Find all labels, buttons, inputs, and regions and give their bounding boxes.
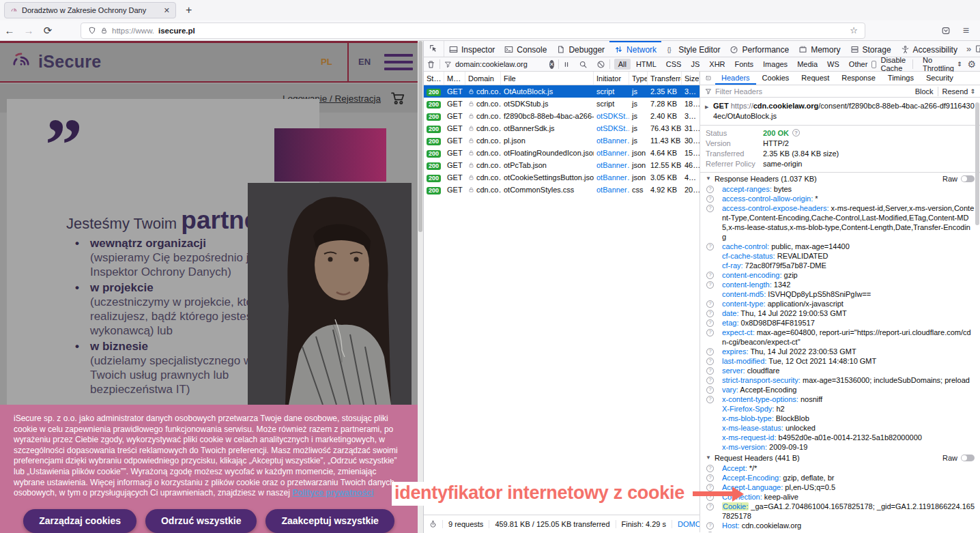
devtools-tab-inspector[interactable]: Inspector <box>444 41 500 57</box>
site-logo[interactable]: iSecure <box>10 50 101 73</box>
cookie-button-zarz-dzaj-cookies[interactable]: Zarządzaj cookies <box>23 509 136 533</box>
header-row-x-ms-blob-type[interactable]: x-ms-blob-type: BlockBlob <box>700 414 980 423</box>
help-icon[interactable]: ? <box>706 272 714 279</box>
back-icon[interactable]: ← <box>0 25 19 36</box>
column-header-transferred[interactable]: Transferred <box>648 72 682 85</box>
help-icon[interactable]: ? <box>706 243 714 250</box>
header-row-x-ms-lease-status[interactable]: x-ms-lease-status: unlocked <box>700 423 980 433</box>
header-row-x-content-type-options[interactable]: ?x-content-type-options: nosniff <box>700 394 980 404</box>
filter-pill-fonts[interactable]: Fonts <box>731 59 758 70</box>
devtools-tab-performance[interactable]: Performance <box>725 41 794 57</box>
response-headers-section-header[interactable]: ▼ Response Headers (1.037 KB) Raw <box>700 173 980 184</box>
help-icon[interactable]: ? <box>706 377 714 384</box>
cart-icon[interactable] <box>390 91 405 106</box>
header-row-host[interactable]: ?Host: cdn.cookielaw.org <box>700 521 980 530</box>
filter-pill-xhr[interactable]: XHR <box>705 59 729 70</box>
help-icon[interactable]: ? <box>706 329 714 336</box>
filter-pill-all[interactable]: All <box>614 59 631 70</box>
header-row-x-firefox-spdy[interactable]: X-Firefox-Spdy: h2 <box>700 404 980 414</box>
header-row-etag[interactable]: ?etag: 0x8D98D8F4F819517 <box>700 318 980 328</box>
tab-timings[interactable]: Timings <box>882 72 920 85</box>
cookie-button-zaakceptuj-wszystkie[interactable]: Zaakceptuj wszystkie <box>265 509 394 533</box>
hamburger-menu-icon[interactable] <box>384 54 413 74</box>
lang-pl-button[interactable]: PL <box>321 57 332 67</box>
column-header-st-[interactable]: St… <box>424 72 444 85</box>
new-tab-button[interactable]: + <box>186 4 192 16</box>
column-header-file[interactable]: File <box>501 72 594 85</box>
help-icon[interactable]: ? <box>706 300 714 308</box>
header-row-last-modified[interactable]: ?last-modified: Tue, 12 Oct 2021 14:48:1… <box>700 356 980 366</box>
header-row-access-control-expose-headers[interactable]: ?access-control-expose-headers: x-ms-req… <box>700 203 980 242</box>
help-icon[interactable]: ? <box>706 195 714 203</box>
header-row-content-length[interactable]: ?content-length: 1342 <box>700 280 980 289</box>
tab-response[interactable]: Response <box>835 72 882 85</box>
help-icon[interactable]: ? <box>706 367 714 375</box>
network-settings-gear-icon[interactable]: ⚙ <box>967 59 977 70</box>
table-row[interactable]: 200GETcdn.co…otCommonStyles.cssotBanner…… <box>424 184 700 196</box>
header-row-cf-cache-status[interactable]: cf-cache-status: REVALIDATED <box>700 251 980 261</box>
header-row-expires[interactable]: ?expires: Thu, 14 Jul 2022 23:00:53 GMT <box>700 347 980 356</box>
header-row-date[interactable]: ?date: Thu, 14 Jul 2022 19:00:53 GMT <box>700 308 980 318</box>
disable-cache-checkbox[interactable] <box>871 61 876 68</box>
devtools-tab-accessibility[interactable]: Accessibility <box>896 41 962 57</box>
url-bar[interactable]: https://www.isecure.pl ☆ <box>81 23 865 39</box>
filter-pill-media[interactable]: Media <box>793 59 822 70</box>
search-icon[interactable] <box>579 60 588 69</box>
block-request-icon[interactable] <box>596 60 605 69</box>
devtools-tab-style-editor[interactable]: {}Style Editor <box>661 41 725 57</box>
resend-button[interactable]: Resend <box>942 87 968 96</box>
filter-pill-css[interactable]: CSS <box>662 59 686 70</box>
block-button[interactable]: Block <box>915 87 934 96</box>
help-icon[interactable]: ? <box>706 358 714 365</box>
header-row-cf-ray[interactable]: cf-ray: 72ac80f79f5a7b87-DME <box>700 261 980 270</box>
filter-pill-ws[interactable]: WS <box>823 59 844 70</box>
devtools-tab-network[interactable]: Network <box>609 41 661 57</box>
pause-recording-icon[interactable] <box>563 60 570 69</box>
browser-tab[interactable]: Doradztwo w Zakresie Ochrony Dany ✕ <box>4 2 176 18</box>
column-header-type[interactable]: Type <box>629 72 648 85</box>
devtools-tab-console[interactable]: Console <box>500 41 551 57</box>
initiator-cell[interactable]: otBanner… <box>594 149 629 157</box>
tab-request[interactable]: Request <box>795 72 835 85</box>
table-row[interactable]: 200GETcdn.co…OtAutoBlock.jsscriptjs2.35 … <box>424 85 700 98</box>
table-row[interactable]: 200GETcdn.co…otBannerSdk.jsotSDKSt…js76.… <box>424 122 700 134</box>
table-row[interactable]: 200GETcdn.co…otCookieSettingsButton.json… <box>424 171 700 184</box>
help-icon[interactable]: ? <box>706 396 714 403</box>
privacy-policy-link[interactable]: Polityce prywatności <box>292 488 373 498</box>
page-scrollbar[interactable] <box>418 41 423 533</box>
cookie-button-odrzu-wszystkie[interactable]: Odrzuć wszystkie <box>145 509 257 533</box>
lang-en-button[interactable]: EN <box>358 57 371 67</box>
column-header-m-[interactable]: M… <box>444 72 465 85</box>
responsive-design-icon[interactable] <box>975 44 980 53</box>
header-row-expect-ct[interactable]: ?expect-ct: max-age=604800, report-uri="… <box>700 328 980 347</box>
clear-filter-icon[interactable]: ✕ <box>549 60 554 69</box>
request-headers-section-header[interactable]: ▼ Request Headers (441 B) Raw <box>700 452 980 463</box>
table-row[interactable]: 200GETcdn.co…pl.jsonotBanner…js11.43 KB3… <box>424 134 700 147</box>
request-url-line[interactable]: ▶ GET https://cdn.cookielaw.org/consent/… <box>700 98 980 126</box>
help-icon[interactable]: ? <box>706 319 714 327</box>
initiator-cell[interactable]: otBanner… <box>594 136 629 145</box>
column-header-initiator[interactable]: Initiator <box>594 72 629 85</box>
filter-pill-html[interactable]: HTML <box>632 59 661 70</box>
header-row-vary[interactable]: ?vary: Accept-Encoding <box>700 385 980 394</box>
help-icon[interactable]: ? <box>706 205 714 212</box>
header-row-accept[interactable]: ?Accept: */* <box>700 463 980 473</box>
raw-toggle[interactable] <box>961 175 975 182</box>
header-row-content-type[interactable]: ?content-type: application/x-javascript <box>700 299 980 308</box>
header-row-x-ms-version[interactable]: x-ms-version: 2009-09-19 <box>700 442 980 452</box>
column-header-size[interactable]: Size <box>682 72 700 85</box>
help-icon[interactable]: ? <box>706 281 714 289</box>
column-header-domain[interactable]: Domain <box>465 72 501 85</box>
header-row-accept-encoding[interactable]: ?Accept-Encoding: gzip, deflate, br <box>700 473 980 482</box>
header-row-cache-control[interactable]: ?cache-control: public, max-age=14400 <box>700 242 980 251</box>
tab-security[interactable]: Security <box>920 72 960 85</box>
initiator-cell[interactable]: otBanner… <box>594 186 629 194</box>
help-icon[interactable]: ? <box>706 186 714 193</box>
table-row[interactable]: 200GETcdn.co…otPcTab.jsonotBanner…json12… <box>424 159 700 171</box>
initiator-cell[interactable]: otSDKSt… <box>594 124 629 132</box>
clear-requests-trash-icon[interactable] <box>427 60 435 69</box>
table-row[interactable]: 200GETcdn.co…f2890bc8-88eb-4bac-a266-df9… <box>424 110 700 122</box>
help-icon[interactable]: ? <box>706 310 714 317</box>
split-pane-icon[interactable] <box>700 74 715 83</box>
more-tools-chevrons-icon[interactable]: » <box>962 44 975 54</box>
